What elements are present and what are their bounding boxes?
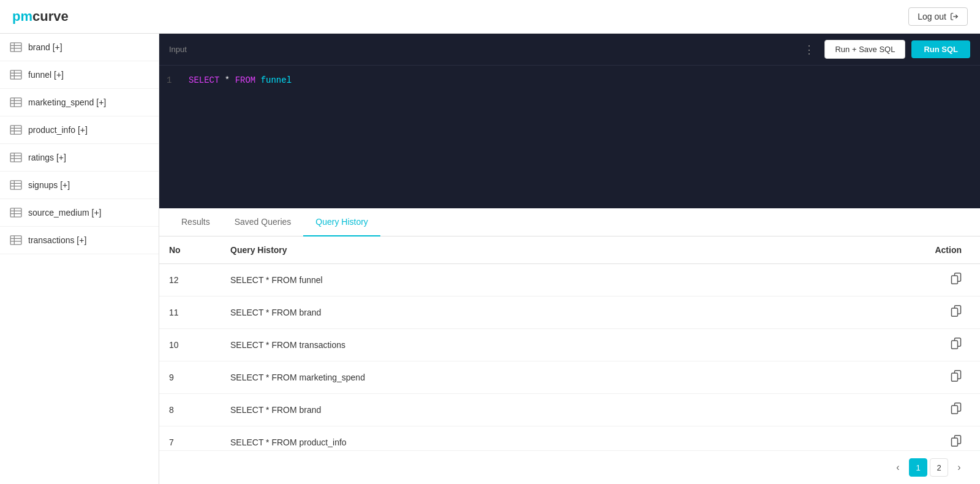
- table-icon: [10, 235, 22, 245]
- page-1-label: 1: [916, 463, 920, 472]
- line-number-1: 1: [167, 75, 172, 85]
- sidebar-item-ratings[interactable]: ratings [+]: [0, 144, 159, 172]
- cell-action-1: [919, 297, 980, 329]
- sidebar-item-product-info[interactable]: product_info [+]: [0, 116, 159, 144]
- pagination-page-1-button[interactable]: 1: [909, 458, 927, 477]
- editor-actions: ⋮ Run + Save SQL Run SQL: [801, 40, 970, 59]
- copy-button-3[interactable]: [951, 370, 962, 385]
- cell-no-5: 7: [159, 426, 221, 451]
- svg-rect-42: [952, 406, 958, 414]
- copy-button-2[interactable]: [951, 338, 962, 352]
- sidebar-item-brand-label: brand [+]: [28, 42, 62, 52]
- cell-no-1: 11: [159, 297, 221, 329]
- content: Input ⋮ Run + Save SQL Run SQL 1 SELECT …: [159, 34, 980, 484]
- results-table: No Query History Action 12SELECT * FROM …: [159, 236, 980, 450]
- svg-rect-44: [952, 438, 958, 446]
- pagination-next-button[interactable]: ›: [951, 459, 968, 476]
- cell-action-0: [919, 264, 980, 297]
- pagination-prev-button[interactable]: ‹: [889, 459, 907, 476]
- col-header-no: No: [159, 236, 221, 264]
- svg-rect-21: [10, 181, 21, 189]
- cell-action-5: [919, 426, 980, 451]
- editor-header: Input ⋮ Run + Save SQL Run SQL: [159, 34, 980, 66]
- cell-query-5: SELECT * FROM product_info: [221, 426, 919, 451]
- cell-no-3: 9: [159, 361, 221, 394]
- main-layout: brand [+] funnel [+] marketing_spend [+]: [0, 34, 980, 484]
- cell-query-4: SELECT * FROM brand: [221, 394, 919, 426]
- table-icon: [10, 153, 22, 162]
- table-icon: [10, 97, 22, 107]
- tabs: Results Saved Queries Query History: [159, 208, 980, 236]
- svg-rect-1: [10, 43, 21, 51]
- svg-rect-40: [952, 373, 958, 381]
- tab-saved-queries-label: Saved Queries: [235, 217, 292, 227]
- run-save-button[interactable]: Run + Save SQL: [824, 40, 905, 59]
- pagination-page-2-button[interactable]: 2: [930, 458, 948, 477]
- cell-action-4: [919, 394, 980, 426]
- sidebar-item-funnel-label: funnel [+]: [28, 70, 64, 80]
- table-icon: [10, 42, 22, 52]
- code-content: SELECT * FROM funnel: [189, 75, 292, 85]
- svg-rect-25: [10, 208, 21, 217]
- cell-query-3: SELECT * FROM marketing_spend: [221, 361, 919, 394]
- svg-rect-36: [952, 308, 958, 316]
- line-numbers: 1: [167, 75, 179, 85]
- sidebar-item-brand[interactable]: brand [+]: [0, 34, 159, 61]
- next-arrow-icon: ›: [957, 462, 960, 473]
- logout-icon: [950, 12, 959, 21]
- cell-query-1: SELECT * FROM brand: [221, 297, 919, 329]
- copy-button-4[interactable]: [951, 403, 962, 417]
- table-row: 8SELECT * FROM brand: [159, 394, 980, 426]
- run-button[interactable]: Run SQL: [911, 40, 970, 58]
- sidebar-item-funnel[interactable]: funnel [+]: [0, 61, 159, 89]
- table-icon: [10, 180, 22, 190]
- table-row: 10SELECT * FROM transactions: [159, 329, 980, 361]
- tab-results[interactable]: Results: [169, 208, 222, 236]
- tab-query-history[interactable]: Query History: [303, 208, 380, 236]
- logout-button[interactable]: Log out: [908, 7, 968, 26]
- cell-action-3: [919, 361, 980, 394]
- cell-query-0: SELECT * FROM funnel: [221, 264, 919, 297]
- copy-button-5[interactable]: [951, 435, 962, 450]
- cell-query-2: SELECT * FROM transactions: [221, 329, 919, 361]
- svg-rect-13: [10, 126, 21, 134]
- logo-pm: pm: [12, 9, 32, 24]
- svg-rect-9: [10, 98, 21, 107]
- col-header-query: Query History: [221, 236, 919, 264]
- logo: pmcurve: [12, 9, 69, 25]
- svg-rect-34: [952, 276, 958, 284]
- code-star: *: [219, 75, 235, 85]
- header: pmcurve Log out: [0, 0, 980, 34]
- tab-results-label: Results: [181, 217, 210, 227]
- table-row: 11SELECT * FROM brand: [159, 297, 980, 329]
- copy-button-0[interactable]: [951, 273, 962, 287]
- sidebar-item-marketing-spend-label: marketing_spend [+]: [28, 97, 106, 107]
- cell-no-2: 10: [159, 329, 221, 361]
- sidebar-item-transactions[interactable]: transactions [+]: [0, 227, 159, 254]
- pagination: ‹ 1 2 ›: [159, 450, 980, 484]
- keyword-select: SELECT: [189, 75, 219, 85]
- table-icon: [10, 70, 22, 80]
- editor-body[interactable]: 1 SELECT * FROM funnel: [159, 66, 980, 95]
- tab-saved-queries[interactable]: Saved Queries: [222, 208, 304, 236]
- table-row: 9SELECT * FROM marketing_spend: [159, 361, 980, 394]
- sidebar-item-marketing-spend[interactable]: marketing_spend [+]: [0, 89, 159, 116]
- sidebar-item-source-medium-label: source_medium [+]: [28, 208, 101, 217]
- sidebar-item-transactions-label: transactions [+]: [28, 235, 86, 245]
- sidebar-item-signups-label: signups [+]: [28, 180, 70, 190]
- prev-arrow-icon: ‹: [896, 462, 899, 473]
- more-options-button[interactable]: ⋮: [801, 43, 818, 56]
- page-2-label: 2: [937, 463, 941, 472]
- query-history-table: No Query History Action 12SELECT * FROM …: [159, 236, 980, 450]
- table-row: 12SELECT * FROM funnel: [159, 264, 980, 297]
- svg-rect-5: [10, 70, 21, 79]
- sidebar-item-source-medium[interactable]: source_medium [+]: [0, 199, 159, 227]
- sidebar-item-ratings-label: ratings [+]: [28, 153, 66, 162]
- sql-editor: Input ⋮ Run + Save SQL Run SQL 1 SELECT …: [159, 34, 980, 208]
- sidebar-item-product-info-label: product_info [+]: [28, 125, 88, 135]
- copy-button-1[interactable]: [951, 305, 962, 320]
- logo-curve: curve: [32, 9, 69, 24]
- editor-label: Input: [169, 45, 187, 54]
- sidebar-item-signups[interactable]: signups [+]: [0, 172, 159, 199]
- cell-action-2: [919, 329, 980, 361]
